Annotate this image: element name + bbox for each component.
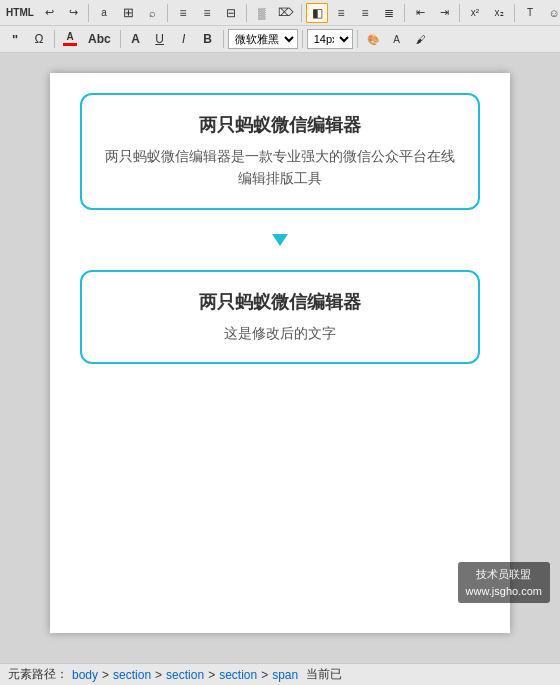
subscript-button[interactable]: x₂ — [488, 3, 510, 23]
omega-button[interactable]: Ω — [28, 29, 50, 49]
status-path-section1[interactable]: section — [113, 668, 151, 682]
highlight-button[interactable]: ▒ — [251, 3, 273, 23]
sep1 — [88, 4, 89, 22]
sep-r2-4 — [302, 30, 303, 48]
align-right-button[interactable]: ≡ — [354, 3, 376, 23]
sep5 — [404, 4, 405, 22]
image-button[interactable]: a — [93, 3, 115, 23]
sep-r2-1 — [54, 30, 55, 48]
card1-title: 两只蚂蚁微信编辑器 — [102, 113, 458, 137]
status-path-section3[interactable]: section — [219, 668, 257, 682]
bold-button[interactable]: B — [197, 29, 219, 49]
eraser-button[interactable]: ⌦ — [275, 3, 297, 23]
underline-button[interactable]: U — [149, 29, 171, 49]
card2-text: 这是修改后的文字 — [102, 322, 458, 344]
text-color-button2[interactable]: A — [386, 29, 408, 49]
sep-r2-3 — [223, 30, 224, 48]
toolbar-row1: HTML ↩ ↪ a ⊞ ⌕ ≡ ≡ ⊟ ▒ ⌦ ◧ ≡ ≡ ≣ ⇤ ⇥ x² … — [0, 0, 560, 26]
sep7 — [514, 4, 515, 22]
toolbar-row2: " Ω A Abc A U I B 微软雅黑 宋体 Arial 14px 12p… — [0, 26, 560, 52]
align-left-button[interactable]: ◧ — [306, 3, 328, 23]
sep4 — [301, 4, 302, 22]
sep3 — [246, 4, 247, 22]
html-button[interactable]: HTML — [4, 3, 36, 23]
editor-canvas: 两只蚂蚁微信编辑器 两只蚂蚁微信编辑器是一款专业强大的微信公众平台在线编辑排版工… — [50, 73, 510, 633]
sep-gt3: > — [208, 668, 215, 682]
italic-button[interactable]: I — [173, 29, 195, 49]
card2-title: 两只蚂蚁微信编辑器 — [102, 290, 458, 314]
status-current: 当前已 — [302, 666, 341, 683]
status-path-body[interactable]: body — [72, 668, 98, 682]
outdent-button[interactable]: ⇤ — [409, 3, 431, 23]
font-family-select[interactable]: 微软雅黑 宋体 Arial — [228, 29, 298, 49]
sep-gt2: > — [155, 668, 162, 682]
font-a-button[interactable]: A — [125, 29, 147, 49]
main-area: 两只蚂蚁微信编辑器 两只蚂蚁微信编辑器是一款专业强大的微信公众平台在线编辑排版工… — [0, 53, 560, 663]
list3-button[interactable]: ⊟ — [220, 3, 242, 23]
list2-button[interactable]: ≡ — [196, 3, 218, 23]
card1[interactable]: 两只蚂蚁微信编辑器 两只蚂蚁微信编辑器是一款专业强大的微信公众平台在线编辑排版工… — [80, 93, 480, 210]
bg-color-button[interactable]: 🎨 — [362, 29, 384, 49]
arrow-down-1 — [80, 230, 480, 250]
redo-button[interactable]: ↪ — [62, 3, 84, 23]
status-prefix: 元素路径： — [8, 666, 68, 683]
undo-button[interactable]: ↩ — [38, 3, 60, 23]
align-center-button[interactable]: ≡ — [330, 3, 352, 23]
superscript-button[interactable]: x² — [464, 3, 486, 23]
sep-gt4: > — [261, 668, 268, 682]
status-path-section2[interactable]: section — [166, 668, 204, 682]
toolbar-container: HTML ↩ ↪ a ⊞ ⌕ ≡ ≡ ⊟ ▒ ⌦ ◧ ≡ ≡ ≣ ⇤ ⇥ x² … — [0, 0, 560, 53]
find-button[interactable]: ⌕ — [141, 3, 163, 23]
font-color-button[interactable]: A — [59, 29, 81, 49]
table-button[interactable]: ⊞ — [117, 3, 139, 23]
font-size-select[interactable]: 14px 12px 16px 18px — [307, 29, 353, 49]
sep6 — [459, 4, 460, 22]
list1-button[interactable]: ≡ — [172, 3, 194, 23]
card1-text: 两只蚂蚁微信编辑器是一款专业强大的微信公众平台在线编辑排版工具 — [102, 145, 458, 190]
sep2 — [167, 4, 168, 22]
status-path-span[interactable]: span — [272, 668, 298, 682]
status-bar: 元素路径： body > section > section > section… — [0, 663, 560, 685]
sep-r2-5 — [357, 30, 358, 48]
sep-gt1: > — [102, 668, 109, 682]
template-button[interactable]: T — [519, 3, 541, 23]
quote-button[interactable]: " — [4, 29, 26, 49]
justify-button[interactable]: ≣ — [378, 3, 400, 23]
card2[interactable]: 两只蚂蚁微信编辑器 这是修改后的文字 — [80, 270, 480, 364]
emoji-button[interactable]: ☺ — [543, 3, 560, 23]
more-color-button[interactable]: 🖌 — [410, 29, 432, 49]
font-size-label[interactable]: Abc — [83, 29, 116, 49]
indent-button[interactable]: ⇥ — [433, 3, 455, 23]
sep-r2-2 — [120, 30, 121, 48]
